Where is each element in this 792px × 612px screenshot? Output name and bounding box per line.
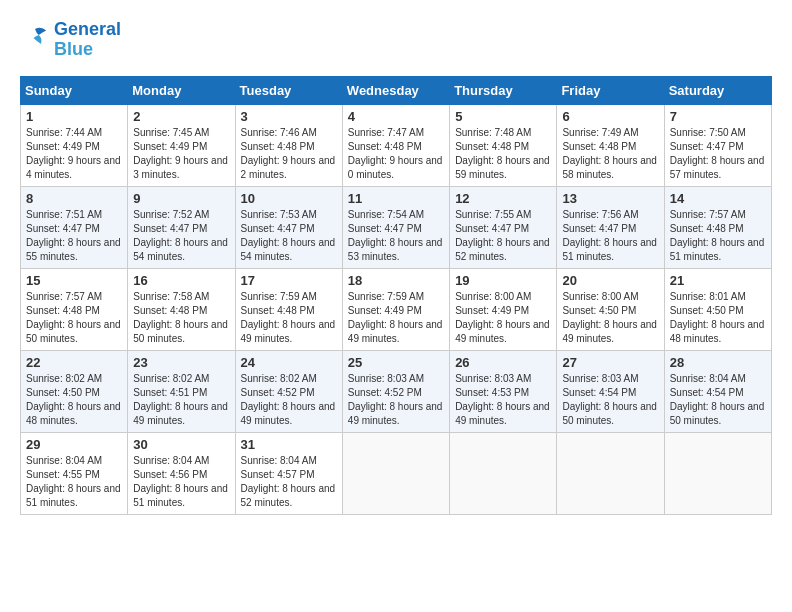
day-info: Sunrise: 8:04 AM Sunset: 4:57 PM Dayligh… — [241, 454, 337, 510]
calendar-cell: 22 Sunrise: 8:02 AM Sunset: 4:50 PM Dayl… — [21, 350, 128, 432]
day-info: Sunrise: 7:58 AM Sunset: 4:48 PM Dayligh… — [133, 290, 229, 346]
day-header-thursday: Thursday — [450, 76, 557, 104]
calendar-cell: 6 Sunrise: 7:49 AM Sunset: 4:48 PM Dayli… — [557, 104, 664, 186]
calendar-cell: 3 Sunrise: 7:46 AM Sunset: 4:48 PM Dayli… — [235, 104, 342, 186]
day-number: 7 — [670, 109, 766, 124]
day-number: 18 — [348, 273, 444, 288]
day-number: 9 — [133, 191, 229, 206]
day-number: 13 — [562, 191, 658, 206]
calendar-cell — [664, 432, 771, 514]
calendar-cell: 23 Sunrise: 8:02 AM Sunset: 4:51 PM Dayl… — [128, 350, 235, 432]
day-number: 28 — [670, 355, 766, 370]
day-info: Sunrise: 7:48 AM Sunset: 4:48 PM Dayligh… — [455, 126, 551, 182]
calendar-cell: 27 Sunrise: 8:03 AM Sunset: 4:54 PM Dayl… — [557, 350, 664, 432]
day-number: 11 — [348, 191, 444, 206]
calendar-cell: 20 Sunrise: 8:00 AM Sunset: 4:50 PM Dayl… — [557, 268, 664, 350]
calendar-cell: 26 Sunrise: 8:03 AM Sunset: 4:53 PM Dayl… — [450, 350, 557, 432]
day-info: Sunrise: 7:45 AM Sunset: 4:49 PM Dayligh… — [133, 126, 229, 182]
day-number: 1 — [26, 109, 122, 124]
day-info: Sunrise: 8:00 AM Sunset: 4:50 PM Dayligh… — [562, 290, 658, 346]
day-number: 5 — [455, 109, 551, 124]
calendar-cell: 21 Sunrise: 8:01 AM Sunset: 4:50 PM Dayl… — [664, 268, 771, 350]
day-number: 20 — [562, 273, 658, 288]
day-info: Sunrise: 7:47 AM Sunset: 4:48 PM Dayligh… — [348, 126, 444, 182]
calendar-cell: 11 Sunrise: 7:54 AM Sunset: 4:47 PM Dayl… — [342, 186, 449, 268]
calendar-cell: 8 Sunrise: 7:51 AM Sunset: 4:47 PM Dayli… — [21, 186, 128, 268]
day-info: Sunrise: 8:02 AM Sunset: 4:52 PM Dayligh… — [241, 372, 337, 428]
calendar-cell: 4 Sunrise: 7:47 AM Sunset: 4:48 PM Dayli… — [342, 104, 449, 186]
day-info: Sunrise: 7:53 AM Sunset: 4:47 PM Dayligh… — [241, 208, 337, 264]
day-number: 8 — [26, 191, 122, 206]
day-info: Sunrise: 7:55 AM Sunset: 4:47 PM Dayligh… — [455, 208, 551, 264]
day-number: 25 — [348, 355, 444, 370]
calendar-cell — [450, 432, 557, 514]
day-number: 6 — [562, 109, 658, 124]
calendar-cell: 18 Sunrise: 7:59 AM Sunset: 4:49 PM Dayl… — [342, 268, 449, 350]
day-number: 3 — [241, 109, 337, 124]
day-info: Sunrise: 7:49 AM Sunset: 4:48 PM Dayligh… — [562, 126, 658, 182]
calendar-cell: 30 Sunrise: 8:04 AM Sunset: 4:56 PM Dayl… — [128, 432, 235, 514]
day-number: 24 — [241, 355, 337, 370]
day-number: 16 — [133, 273, 229, 288]
day-info: Sunrise: 8:02 AM Sunset: 4:50 PM Dayligh… — [26, 372, 122, 428]
calendar-cell: 29 Sunrise: 8:04 AM Sunset: 4:55 PM Dayl… — [21, 432, 128, 514]
calendar-cell: 28 Sunrise: 8:04 AM Sunset: 4:54 PM Dayl… — [664, 350, 771, 432]
day-number: 2 — [133, 109, 229, 124]
calendar-cell: 1 Sunrise: 7:44 AM Sunset: 4:49 PM Dayli… — [21, 104, 128, 186]
calendar-cell: 31 Sunrise: 8:04 AM Sunset: 4:57 PM Dayl… — [235, 432, 342, 514]
calendar-cell: 15 Sunrise: 7:57 AM Sunset: 4:48 PM Dayl… — [21, 268, 128, 350]
day-header-monday: Monday — [128, 76, 235, 104]
calendar-cell: 19 Sunrise: 8:00 AM Sunset: 4:49 PM Dayl… — [450, 268, 557, 350]
day-info: Sunrise: 8:03 AM Sunset: 4:53 PM Dayligh… — [455, 372, 551, 428]
day-number: 27 — [562, 355, 658, 370]
day-number: 29 — [26, 437, 122, 452]
calendar-cell: 13 Sunrise: 7:56 AM Sunset: 4:47 PM Dayl… — [557, 186, 664, 268]
day-info: Sunrise: 7:50 AM Sunset: 4:47 PM Dayligh… — [670, 126, 766, 182]
day-number: 14 — [670, 191, 766, 206]
calendar-cell — [342, 432, 449, 514]
day-info: Sunrise: 7:59 AM Sunset: 4:48 PM Dayligh… — [241, 290, 337, 346]
day-info: Sunrise: 8:04 AM Sunset: 4:56 PM Dayligh… — [133, 454, 229, 510]
day-info: Sunrise: 7:51 AM Sunset: 4:47 PM Dayligh… — [26, 208, 122, 264]
day-info: Sunrise: 7:59 AM Sunset: 4:49 PM Dayligh… — [348, 290, 444, 346]
day-info: Sunrise: 7:56 AM Sunset: 4:47 PM Dayligh… — [562, 208, 658, 264]
calendar-cell: 25 Sunrise: 8:03 AM Sunset: 4:52 PM Dayl… — [342, 350, 449, 432]
day-number: 12 — [455, 191, 551, 206]
calendar-cell: 17 Sunrise: 7:59 AM Sunset: 4:48 PM Dayl… — [235, 268, 342, 350]
day-number: 22 — [26, 355, 122, 370]
day-info: Sunrise: 7:44 AM Sunset: 4:49 PM Dayligh… — [26, 126, 122, 182]
calendar-cell — [557, 432, 664, 514]
day-number: 26 — [455, 355, 551, 370]
day-info: Sunrise: 7:57 AM Sunset: 4:48 PM Dayligh… — [26, 290, 122, 346]
day-info: Sunrise: 7:46 AM Sunset: 4:48 PM Dayligh… — [241, 126, 337, 182]
logo: GeneralBlue — [20, 20, 121, 60]
day-header-saturday: Saturday — [664, 76, 771, 104]
day-info: Sunrise: 7:54 AM Sunset: 4:47 PM Dayligh… — [348, 208, 444, 264]
day-info: Sunrise: 8:02 AM Sunset: 4:51 PM Dayligh… — [133, 372, 229, 428]
calendar-cell: 24 Sunrise: 8:02 AM Sunset: 4:52 PM Dayl… — [235, 350, 342, 432]
calendar-table: SundayMondayTuesdayWednesdayThursdayFrid… — [20, 76, 772, 515]
day-number: 10 — [241, 191, 337, 206]
day-number: 4 — [348, 109, 444, 124]
calendar-cell: 14 Sunrise: 7:57 AM Sunset: 4:48 PM Dayl… — [664, 186, 771, 268]
day-header-sunday: Sunday — [21, 76, 128, 104]
day-info: Sunrise: 8:03 AM Sunset: 4:52 PM Dayligh… — [348, 372, 444, 428]
day-info: Sunrise: 8:04 AM Sunset: 4:55 PM Dayligh… — [26, 454, 122, 510]
calendar-cell: 5 Sunrise: 7:48 AM Sunset: 4:48 PM Dayli… — [450, 104, 557, 186]
day-number: 30 — [133, 437, 229, 452]
day-info: Sunrise: 8:03 AM Sunset: 4:54 PM Dayligh… — [562, 372, 658, 428]
day-info: Sunrise: 8:00 AM Sunset: 4:49 PM Dayligh… — [455, 290, 551, 346]
day-header-wednesday: Wednesday — [342, 76, 449, 104]
day-info: Sunrise: 8:01 AM Sunset: 4:50 PM Dayligh… — [670, 290, 766, 346]
day-number: 15 — [26, 273, 122, 288]
day-info: Sunrise: 7:52 AM Sunset: 4:47 PM Dayligh… — [133, 208, 229, 264]
calendar-cell: 10 Sunrise: 7:53 AM Sunset: 4:47 PM Dayl… — [235, 186, 342, 268]
calendar-cell: 12 Sunrise: 7:55 AM Sunset: 4:47 PM Dayl… — [450, 186, 557, 268]
day-number: 31 — [241, 437, 337, 452]
day-number: 21 — [670, 273, 766, 288]
page-header: GeneralBlue — [20, 20, 772, 60]
day-number: 23 — [133, 355, 229, 370]
day-number: 19 — [455, 273, 551, 288]
calendar-cell: 2 Sunrise: 7:45 AM Sunset: 4:49 PM Dayli… — [128, 104, 235, 186]
day-info: Sunrise: 8:04 AM Sunset: 4:54 PM Dayligh… — [670, 372, 766, 428]
